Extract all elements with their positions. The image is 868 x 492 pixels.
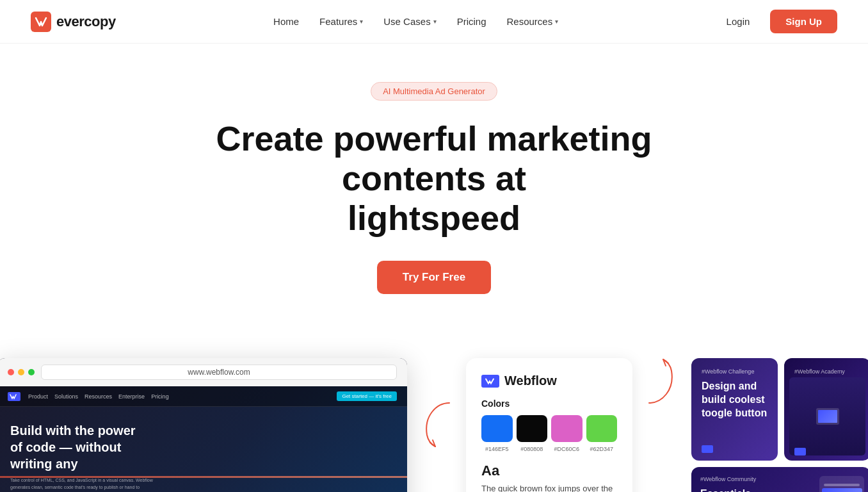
wf-hero-area: Build with the power of code — without w…	[0, 407, 407, 492]
dot-red	[8, 369, 14, 375]
curl-arrow-left	[417, 358, 456, 448]
hero-title: Create powerful marketing contents at li…	[184, 119, 684, 238]
swatch-blue	[481, 415, 513, 442]
challenge-card: #Webflow Challenge Design and build cool…	[691, 358, 778, 461]
features-chevron-icon: ▾	[360, 18, 363, 25]
url-bar: www.webflow.com	[41, 365, 397, 380]
wf-get-started-btn: Get started — it's free	[337, 391, 397, 401]
hero-badge: AI Multimedia Ad Generator	[371, 82, 497, 101]
curl-arrow-right	[643, 358, 681, 422]
dot-green	[28, 369, 35, 375]
hero-section: AI Multimedia Ad Generator Create powerf…	[0, 44, 868, 358]
color-swatches	[481, 415, 617, 442]
right-cards: #Webflow Challenge Design and build cool…	[691, 358, 868, 492]
red-highlight-line	[0, 476, 407, 478]
brand-card: Webflow Colors #146EF5 #080808 #DC60C6 #…	[466, 358, 632, 492]
academy-wf-icon	[794, 448, 806, 455]
academy-screen-preview	[789, 377, 865, 455]
challenge-tag: #Webflow Challenge	[702, 368, 768, 375]
nav-features[interactable]: Features ▾	[319, 16, 363, 27]
logo-text: evercopy	[56, 13, 116, 30]
nav-links: Home Features ▾ Use Cases ▾ Pricing Reso…	[273, 16, 558, 27]
nav-use-cases[interactable]: Use Cases ▾	[383, 16, 436, 27]
color-code-pink: #DC60C6	[551, 446, 583, 452]
webflow-brand-icon	[481, 375, 499, 388]
font-sample: Aa	[481, 463, 617, 479]
community-card: #Webflow Community Essentials Find your …	[691, 467, 868, 492]
demo-area: www.webflow.com Product Solutions Resour…	[18, 358, 850, 492]
nav-actions: Login Sign Up	[716, 10, 837, 33]
right-card-top-row: #Webflow Challenge Design and build cool…	[691, 358, 868, 461]
thumb-line-1	[824, 484, 860, 486]
brand-name: Webflow	[504, 373, 557, 388]
nav-home[interactable]: Home	[273, 16, 299, 27]
font-preview: The quick brown fox jumps over the lazy …	[481, 483, 617, 492]
swatch-green	[586, 415, 618, 442]
sp-screen	[818, 410, 837, 423]
login-button[interactable]: Login	[716, 11, 760, 32]
browser-dots	[8, 369, 35, 375]
swatch-pink	[551, 415, 583, 442]
wf-nav-links: Product Solutions Resources Enterprise P…	[28, 393, 169, 400]
wf-hero-sub: Take control of HTML, CSS, and JavaScrip…	[10, 477, 157, 492]
color-codes: #146EF5 #080808 #DC60C6 #62D347	[481, 446, 617, 452]
challenge-wf-icon	[702, 445, 713, 453]
color-code-green: #62D347	[586, 446, 618, 452]
swatch-black	[517, 415, 548, 442]
sp-monitor	[816, 408, 839, 425]
brand-logo-row: Webflow	[481, 373, 617, 388]
color-code-black: #080808	[517, 446, 548, 452]
browser-content: Product Solutions Resources Enterprise P…	[0, 386, 407, 492]
dot-yellow	[18, 369, 24, 375]
sp-inner	[789, 377, 865, 455]
cta-button[interactable]: Try For Free	[377, 261, 491, 294]
browser-mockup: www.webflow.com Product Solutions Resour…	[0, 358, 407, 492]
browser-bar: www.webflow.com	[0, 358, 407, 386]
wf-logo-icon	[8, 392, 20, 401]
thumb-blue	[822, 488, 862, 492]
nav-resources[interactable]: Resources ▾	[506, 16, 558, 27]
academy-tag: #Webflow Academy	[794, 368, 860, 375]
webflow-nav: Product Solutions Resources Enterprise P…	[0, 386, 407, 407]
community-thumb	[819, 476, 864, 492]
wf-hero-text: Build with the power of code — without w…	[10, 422, 138, 472]
color-code-blue: #146EF5	[481, 446, 513, 452]
use-cases-chevron-icon: ▾	[433, 18, 437, 25]
navbar: evercopy Home Features ▾ Use Cases ▾ Pri…	[0, 0, 868, 44]
signup-button[interactable]: Sign Up	[770, 10, 837, 33]
colors-label: Colors	[481, 398, 617, 409]
resources-chevron-icon: ▾	[555, 18, 558, 25]
academy-card: #Webflow Academy Interactive Learning	[784, 358, 868, 461]
nav-pricing[interactable]: Pricing	[457, 16, 486, 27]
logo[interactable]: evercopy	[31, 12, 116, 32]
challenge-title: Design and build coolest toogle button	[702, 380, 768, 420]
